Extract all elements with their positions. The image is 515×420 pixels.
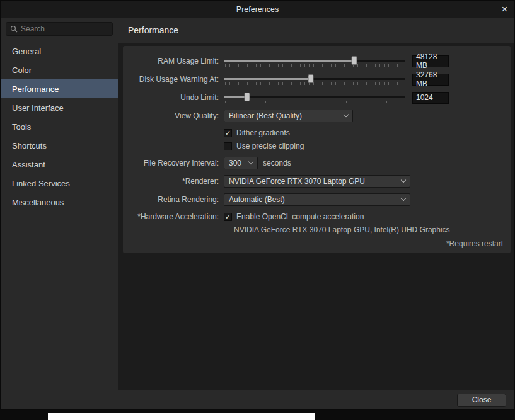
view-quality-value: Bilinear (Best Quality)	[229, 111, 302, 120]
background-app	[0, 410, 515, 420]
view-quality-row: View Quality: Bilinear (Best Quality)	[129, 110, 504, 122]
slider-fill	[224, 78, 311, 80]
disk-warning-value[interactable]: 32768 MB	[412, 74, 449, 86]
slider-track	[224, 96, 405, 98]
requires-restart-note: *Requires restart	[129, 239, 504, 248]
ram-usage-value[interactable]: 48128 MB	[412, 55, 449, 67]
chevron-down-icon	[344, 112, 349, 117]
hardware-acceleration-label: *Hardware Acceleration:	[129, 212, 224, 221]
retina-rendering-value: Automatic (Best)	[229, 195, 285, 204]
search-icon	[10, 25, 18, 33]
file-recovery-label: File Recovery Interval:	[129, 159, 224, 167]
window-title: Preferences	[236, 5, 279, 14]
sidebar-item-color[interactable]: Color	[1, 60, 118, 79]
performance-panel: RAM Usage Limit: 48128 MB Disk Usa	[123, 46, 511, 253]
search-input[interactable]	[21, 25, 108, 33]
page-title: Performance	[118, 18, 514, 43]
sidebar-item-shortcuts[interactable]: Shortcuts	[1, 136, 118, 155]
dither-gradients-label: Dither gradients	[236, 128, 290, 137]
dither-gradients-row: ✓ Dither gradients	[129, 128, 504, 138]
undo-limit-row: Undo Limit: 1024	[129, 91, 504, 104]
file-recovery-dropdown[interactable]: 300	[224, 157, 258, 169]
close-icon[interactable]: ×	[502, 4, 507, 14]
undo-limit-label: Undo Limit:	[129, 93, 224, 102]
retina-rendering-label: Retina Rendering:	[129, 195, 224, 204]
hardware-acceleration-row: *Hardware Acceleration: ✓ Enable OpenCL …	[129, 212, 504, 222]
undo-limit-slider[interactable]	[224, 91, 405, 104]
dither-gradients-checkbox[interactable]: ✓	[224, 129, 232, 137]
renderer-row: *Renderer: NVIDIA GeForce RTX 3070 Lapto…	[129, 175, 504, 188]
precise-clipping-row: Use precise clipping	[129, 141, 504, 151]
precise-clipping-label: Use precise clipping	[236, 142, 304, 150]
renderer-dropdown[interactable]: NVIDIA GeForce RTX 3070 Laptop GPU	[224, 175, 410, 188]
sidebar-item-tools[interactable]: Tools	[1, 117, 118, 136]
disk-warning-label: Disk Usage Warning At:	[129, 75, 224, 84]
view-quality-label: View Quality:	[129, 111, 224, 120]
sidebar: General Color Performance User Interface…	[1, 18, 118, 409]
renderer-value: NVIDIA GeForce RTX 3070 Laptop GPU	[229, 177, 365, 186]
sidebar-item-assistant[interactable]: Assistant	[1, 155, 118, 174]
chevron-down-icon	[401, 196, 406, 201]
gpu-list-text: NVIDIA GeForce RTX 3070 Laptop GPU, Inte…	[224, 225, 450, 234]
disk-warning-slider[interactable]	[224, 73, 405, 86]
title-bar[interactable]: Preferences ×	[1, 1, 514, 18]
renderer-label: *Renderer:	[129, 177, 224, 186]
undo-limit-value[interactable]: 1024	[412, 92, 449, 104]
file-recovery-value: 300	[229, 159, 241, 167]
slider-ticks	[225, 101, 405, 103]
file-recovery-suffix: seconds	[263, 159, 291, 167]
gpu-list-row: NVIDIA GeForce RTX 3070 Laptop GPU, Inte…	[129, 225, 504, 235]
sidebar-item-linked-services[interactable]: Linked Services	[1, 174, 118, 193]
search-box[interactable]	[6, 22, 113, 36]
retina-rendering-row: Retina Rendering: Automatic (Best)	[129, 193, 504, 206]
slider-fill	[224, 60, 354, 62]
sidebar-item-miscellaneous[interactable]: Miscellaneous	[1, 193, 118, 212]
screen: Preferences × General Color Performance …	[0, 0, 515, 420]
chevron-down-icon	[248, 159, 253, 164]
document-canvas-peek	[48, 413, 315, 420]
page-title-text: Performance	[128, 25, 178, 35]
file-recovery-row: File Recovery Interval: 300 seconds	[129, 157, 504, 169]
ram-usage-row: RAM Usage Limit: 48128 MB	[129, 55, 504, 67]
dialog-body: General Color Performance User Interface…	[1, 18, 514, 409]
check-icon: ✓	[225, 213, 231, 220]
sidebar-item-general[interactable]: General	[1, 42, 118, 60]
slider-ticks	[225, 82, 405, 85]
slider-ticks	[225, 64, 405, 67]
view-quality-dropdown[interactable]: Bilinear (Best Quality)	[224, 110, 353, 122]
slider-thumb[interactable]	[308, 74, 314, 83]
main-area: Performance RAM Usage Limit:	[118, 18, 514, 409]
slider-thumb[interactable]	[352, 56, 357, 65]
sidebar-item-performance[interactable]: Performance	[1, 79, 118, 98]
slider-fill	[224, 96, 247, 98]
sidebar-item-user-interface[interactable]: User Interface	[1, 98, 118, 117]
slider-thumb[interactable]	[245, 93, 250, 101]
ram-usage-slider[interactable]	[224, 55, 405, 67]
close-button[interactable]: Close	[457, 394, 506, 407]
disk-warning-row: Disk Usage Warning At: 32768 MB	[129, 73, 504, 86]
dialog-footer: Close	[118, 390, 514, 409]
content-area: RAM Usage Limit: 48128 MB Disk Usa	[118, 43, 514, 390]
opencl-checkbox[interactable]: ✓	[224, 213, 232, 221]
retina-rendering-dropdown[interactable]: Automatic (Best)	[224, 193, 410, 206]
chevron-down-icon	[401, 178, 406, 183]
check-icon: ✓	[225, 130, 231, 137]
preferences-dialog: Preferences × General Color Performance …	[0, 0, 515, 410]
precise-clipping-checkbox[interactable]	[224, 142, 232, 150]
opencl-label: Enable OpenCL compute acceleration	[236, 212, 364, 221]
ram-usage-label: RAM Usage Limit:	[129, 57, 224, 65]
